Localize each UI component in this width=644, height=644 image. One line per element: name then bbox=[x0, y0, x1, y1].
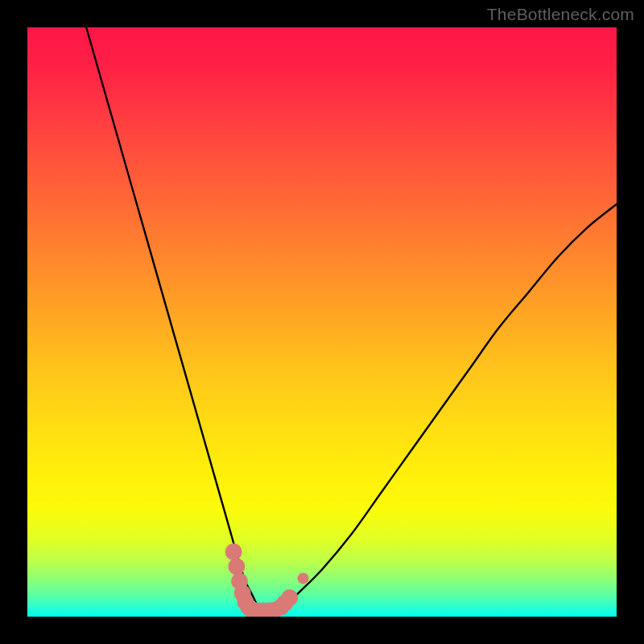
curve-markers bbox=[225, 543, 309, 617]
marker-dot bbox=[228, 558, 245, 575]
marker-dot bbox=[298, 572, 309, 584]
chart-frame: TheBottleneck.com bbox=[0, 0, 644, 644]
curve-svg bbox=[27, 27, 617, 617]
marker-dot bbox=[281, 589, 298, 606]
watermark-text: TheBottleneck.com bbox=[487, 5, 634, 24]
plot-area bbox=[27, 27, 617, 617]
bottleneck-curve bbox=[86, 27, 617, 612]
marker-dot bbox=[225, 543, 242, 560]
